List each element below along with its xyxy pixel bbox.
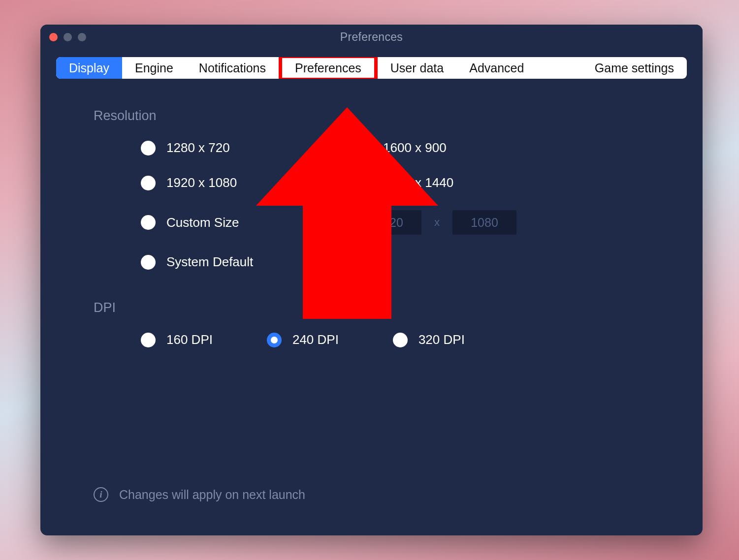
tabbar-container: Display Engine Notifications Preferences… xyxy=(40,49,703,79)
section-label-resolution: Resolution xyxy=(94,108,667,124)
radio-icon[interactable] xyxy=(357,176,372,190)
minimize-icon[interactable] xyxy=(64,33,72,41)
radio-icon[interactable] xyxy=(141,141,156,156)
desktop: Preferences Display Engine Notifications… xyxy=(0,0,739,560)
custom-width-input[interactable] xyxy=(357,210,421,235)
tabbar-spacer xyxy=(537,57,581,79)
window-title: Preferences xyxy=(40,31,703,44)
resolution-2560x1440[interactable]: 2560 x 1440 xyxy=(357,175,667,190)
radio-icon[interactable] xyxy=(141,333,156,347)
radio-label: 1600 x 900 xyxy=(383,140,447,156)
tab-notifications[interactable]: Notifications xyxy=(186,57,279,79)
radio-label: 320 DPI xyxy=(418,332,465,347)
dpi-320[interactable]: 320 DPI xyxy=(393,332,465,347)
dpi-160[interactable]: 160 DPI xyxy=(141,332,213,347)
radio-label: 1920 x 1080 xyxy=(166,175,237,190)
radio-icon[interactable] xyxy=(141,255,156,270)
section-label-dpi: DPI xyxy=(94,300,667,315)
tabbar: Display Engine Notifications Preferences… xyxy=(56,57,687,79)
tab-preferences[interactable]: Preferences xyxy=(279,57,378,79)
footer-note-text: Changes will apply on next launch xyxy=(119,488,305,502)
dpi-options: 160 DPI 240 DPI 320 DPI xyxy=(141,332,667,347)
content-area: Resolution 1280 x 720 1600 x 900 1920 x … xyxy=(40,79,703,535)
radio-label: 240 DPI xyxy=(292,332,339,347)
radio-label: 160 DPI xyxy=(166,332,213,347)
radio-icon[interactable] xyxy=(357,141,372,156)
info-icon: i xyxy=(94,487,108,502)
close-icon[interactable] xyxy=(49,33,58,41)
radio-icon[interactable] xyxy=(267,333,282,347)
custom-size-inputs: x xyxy=(357,210,667,235)
radio-icon[interactable] xyxy=(141,215,156,230)
tab-game-settings[interactable]: Game settings xyxy=(582,57,687,79)
dpi-240[interactable]: 240 DPI xyxy=(267,332,339,347)
resolution-options: 1280 x 720 1600 x 900 1920 x 1080 2560 x… xyxy=(141,140,667,270)
radio-label: Custom Size xyxy=(166,215,239,230)
radio-icon[interactable] xyxy=(393,333,408,347)
tab-user-data[interactable]: User data xyxy=(378,57,456,79)
radio-icon[interactable] xyxy=(141,176,156,190)
resolution-1600x900[interactable]: 1600 x 900 xyxy=(357,140,667,156)
custom-height-input[interactable] xyxy=(452,210,516,235)
radio-label: System Default xyxy=(166,254,253,270)
maximize-icon[interactable] xyxy=(78,33,86,41)
resolution-1920x1080[interactable]: 1920 x 1080 xyxy=(141,175,357,190)
window-controls xyxy=(49,25,86,49)
custom-separator: x xyxy=(434,216,440,229)
resolution-system-default[interactable]: System Default xyxy=(141,254,667,270)
footer-note: i Changes will apply on next launch xyxy=(94,487,305,502)
tab-display[interactable]: Display xyxy=(56,57,122,79)
resolution-custom[interactable]: Custom Size xyxy=(141,210,357,235)
tab-advanced[interactable]: Advanced xyxy=(456,57,537,79)
resolution-1280x720[interactable]: 1280 x 720 xyxy=(141,140,357,156)
radio-label: 2560 x 1440 xyxy=(383,175,453,190)
preferences-window: Preferences Display Engine Notifications… xyxy=(40,25,703,535)
tab-engine[interactable]: Engine xyxy=(122,57,186,79)
radio-label: 1280 x 720 xyxy=(166,140,230,156)
titlebar: Preferences xyxy=(40,25,703,49)
